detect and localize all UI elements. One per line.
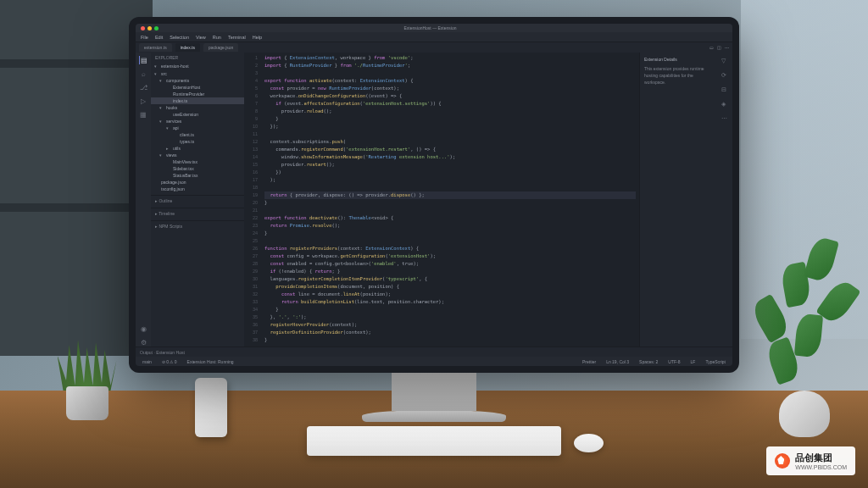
ide-window: ExtensionHost — Extension FileEditSelect… (136, 24, 732, 366)
mouse (574, 434, 604, 452)
activity-bar: ▤⌕⎇▷▦◉⚙ (136, 53, 151, 347)
section-npm-scripts[interactable]: ▸ NPM Scripts (151, 220, 244, 231)
menubar: FileEditSelectionViewRunTerminalHelp (136, 32, 732, 42)
status-seg[interactable]: Prettier (580, 359, 598, 364)
file-client-ts[interactable]: client.ts (151, 131, 244, 138)
collapse-icon[interactable]: ⊟ (721, 86, 729, 94)
file-RuntimeProvider[interactable]: RuntimeProvider (151, 91, 244, 97)
status-seg[interactable]: TypeScript (703, 359, 728, 364)
right-panel: Extension Details This extension provide… (639, 53, 732, 347)
status-seg[interactable]: UTF-8 (665, 359, 682, 364)
file-package-json[interactable]: package.json (151, 179, 244, 186)
titlebar: ExtensionHost — Extension (136, 24, 732, 32)
folder-services[interactable]: ▾services (151, 118, 244, 125)
file-StatusBar-tsx[interactable]: StatusBar.tsx (151, 172, 244, 179)
line-gutter: 1234567891011121314151617181920212223242… (244, 53, 261, 347)
status-seg[interactable]: Spaces: 2 (637, 359, 660, 364)
status-bar: main⊘ 0 ⚠ 0Extension Host: RunningPretti… (136, 357, 732, 366)
close-icon[interactable] (141, 26, 145, 30)
right-panel-title: Extension Details (644, 56, 713, 63)
gear-icon[interactable]: ⚙ (139, 338, 147, 347)
smartphone (195, 378, 227, 437)
folder-hooks[interactable]: ▾hooks (151, 104, 244, 111)
file-tree: ▾src▾componentsExtensionHostRuntimeProvi… (151, 69, 244, 193)
file-MainView-tsx[interactable]: MainView.tsx (151, 158, 244, 165)
folder-utils[interactable]: ▸utils (151, 145, 244, 152)
editor[interactable]: 1234567891011121314151617181920212223242… (244, 53, 639, 347)
menu-terminal[interactable]: Terminal (228, 35, 246, 40)
tab-package-json[interactable]: package.json (203, 43, 238, 52)
folder-views[interactable]: ▾views (151, 152, 244, 158)
folder-components[interactable]: ▾components (151, 77, 244, 84)
tab-bar: extension.tsindex.tspackage.json ▭ ◫ ⋯ (136, 42, 732, 53)
folder-api[interactable]: ▾api (151, 125, 244, 131)
menu-file[interactable]: File (141, 35, 148, 40)
sidebar: Explorer ▾extension-host ▾src▾components… (151, 53, 244, 347)
file-tsconfig-json[interactable]: tsconfig.json (151, 186, 244, 192)
status-seg[interactable]: ⊘ 0 ⚠ 0 (159, 359, 180, 364)
git-icon[interactable]: ⎇ (139, 83, 147, 92)
file-index-ts[interactable]: index.ts (151, 97, 244, 104)
watermark-url: WWW.PBIDS.COM (795, 464, 847, 470)
layout-icon[interactable]: ▭ (709, 45, 714, 50)
file-Sidebar-tsx[interactable]: Sidebar.tsx (151, 165, 244, 172)
plant-left (51, 336, 123, 420)
folder-src[interactable]: ▾src (151, 70, 244, 77)
output-header: Output · Extension Host (140, 350, 185, 355)
tab-index-ts[interactable]: index.ts (175, 43, 200, 52)
right-activity: ▽⟳⊟◈⋯ (717, 53, 732, 347)
menu-help[interactable]: Help (253, 35, 262, 40)
tab-extension-ts[interactable]: extension.ts (139, 43, 172, 52)
menu-view[interactable]: View (196, 35, 206, 40)
status-seg[interactable]: LF (688, 359, 698, 364)
watermark-logo-icon (775, 453, 790, 469)
monitor-bezel: ExtensionHost — Extension FileEditSelect… (129, 17, 739, 373)
keyboard (307, 426, 561, 456)
status-seg[interactable]: Extension Host: Running (185, 359, 236, 364)
refresh-icon[interactable]: ⟳ (721, 72, 729, 80)
bottom-panel[interactable]: Output · Extension Host (136, 347, 732, 357)
sidebar-header: Explorer (151, 53, 244, 63)
menu-selection[interactable]: Selection (170, 35, 189, 40)
right-panel-text: hosting capabilities for the workspace. (644, 72, 713, 86)
status-seg[interactable]: main (140, 359, 154, 364)
file-types-ts[interactable]: types.ts (151, 138, 244, 145)
watermark-brand: 品创集团 (795, 452, 847, 464)
extensions-icon[interactable]: ▦ (139, 110, 147, 119)
status-seg[interactable]: Ln 19, Col 3 (604, 359, 632, 364)
project-root[interactable]: ▾extension-host (151, 63, 244, 69)
watermark: 品创集团 WWW.PBIDS.COM (766, 446, 855, 475)
filter-icon[interactable]: ▽ (721, 58, 729, 65)
section-timeline[interactable]: ▸ Timeline (151, 208, 244, 219)
window-title: ExtensionHost — Extension (161, 25, 699, 30)
search-icon[interactable]: ⌕ (139, 69, 147, 78)
debug-icon[interactable]: ▷ (139, 97, 147, 105)
more-icon[interactable]: ⋯ (721, 115, 729, 123)
menu-run[interactable]: Run (213, 35, 221, 40)
files-icon[interactable]: ▤ (139, 56, 147, 64)
right-panel-text: This extension provides runtime (644, 65, 713, 72)
more-icon[interactable]: ⋯ (725, 45, 729, 50)
maximize-icon[interactable] (154, 26, 159, 30)
menu-edit[interactable]: Edit (155, 35, 163, 40)
file-ExtensionHost[interactable]: ExtensionHost (151, 84, 244, 91)
main-area: ▤⌕⎇▷▦◉⚙ Explorer ▾extension-host ▾src▾co… (136, 53, 732, 347)
section-outline[interactable]: ▸ Outline (151, 195, 244, 206)
code-area[interactable]: import { ExtensionContext, workspace } f… (261, 53, 639, 347)
monitor: ExtensionHost — Extension FileEditSelect… (129, 17, 739, 373)
split-icon[interactable]: ◫ (717, 45, 721, 50)
file-useExtension[interactable]: useExtension (151, 111, 244, 118)
plant-right (749, 225, 860, 437)
account-icon[interactable]: ◉ (139, 324, 147, 333)
pin-icon[interactable]: ◈ (721, 101, 729, 108)
minimize-icon[interactable] (147, 26, 152, 30)
